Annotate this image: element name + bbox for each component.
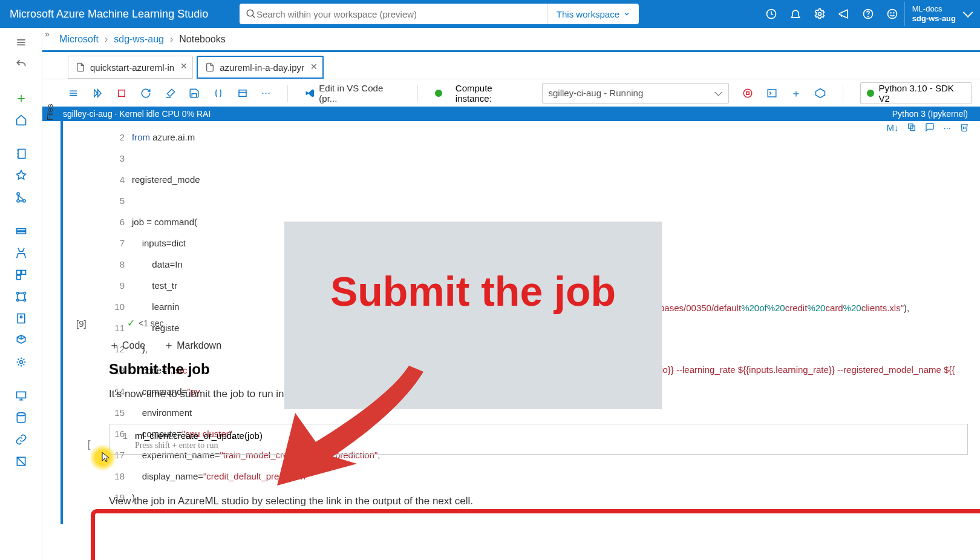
clock-icon[interactable] (759, 0, 783, 28)
svg-marker-48 (815, 88, 825, 97)
svg-rect-41 (119, 90, 125, 96)
annotation-text: Submit the job (330, 268, 616, 315)
svg-point-17 (16, 200, 19, 202)
manage-compute-icon[interactable] (815, 88, 826, 99)
main-pane: Microsoft › sdg-ws-aug › Notebooks quick… (42, 28, 980, 560)
svg-point-7 (890, 13, 891, 13)
kernel-select[interactable]: Python 3.10 - SDK V2 (860, 82, 972, 104)
svg-marker-39 (94, 90, 97, 97)
search-box[interactable] (240, 4, 547, 24)
svg-rect-19 (16, 229, 25, 231)
undo-icon[interactable] (9, 54, 33, 74)
svg-point-27 (24, 299, 25, 301)
account-menu[interactable]: ML-docs sdg-ws-aug (904, 2, 980, 25)
stop-compute-icon[interactable] (742, 88, 753, 99)
gear-icon[interactable] (808, 0, 832, 28)
search-wrap: This workspace (240, 4, 639, 24)
crumb-workspace[interactable]: sdg-ws-aug (114, 34, 164, 45)
svg-point-0 (247, 10, 253, 16)
tab-label: azureml-in-a-day.ipyr (220, 62, 304, 73)
jobs-icon[interactable] (9, 243, 33, 263)
account-name: ML-docs (912, 4, 956, 14)
designer-icon[interactable] (9, 188, 33, 207)
menu-icon[interactable] (68, 88, 79, 99)
code-cell-2[interactable]: 1ml_client.create_or_update(job) Press s… (109, 424, 968, 455)
svg-point-45 (743, 89, 752, 97)
run-hint: Press shift + enter to run (117, 441, 960, 450)
terminal-icon[interactable] (766, 88, 777, 99)
compute-label: Compute instance: (456, 83, 529, 104)
toc-icon[interactable] (237, 88, 248, 99)
home-icon[interactable] (9, 110, 33, 130)
more-icon[interactable]: ··· (261, 87, 270, 99)
notebook-toolbar: ··· Edit in VS Code (pr... Compute insta… (42, 79, 980, 107)
stop-icon[interactable] (116, 88, 127, 99)
notebooks-icon[interactable] (9, 144, 33, 163)
add-icon[interactable]: ＋ (9, 88, 33, 108)
run-all-icon[interactable] (92, 88, 103, 99)
clear-icon[interactable] (165, 88, 175, 99)
svg-rect-21 (16, 271, 21, 275)
models-icon[interactable] (9, 331, 33, 350)
search-scope-dropdown[interactable]: This workspace (547, 4, 639, 24)
save-icon[interactable] (189, 88, 200, 99)
svg-point-3 (818, 13, 821, 16)
exec-bracket: [ (86, 439, 92, 451)
svg-rect-20 (16, 232, 25, 234)
top-bar: Microsoft Azure Machine Learning Studio … (0, 0, 980, 28)
svg-point-18 (22, 200, 25, 202)
add-cell-buttons: ＋Code ＋Markdown (109, 338, 221, 352)
svg-rect-43 (239, 90, 246, 96)
svg-point-16 (16, 193, 19, 195)
add-code-button[interactable]: ＋Code (109, 338, 145, 352)
svg-point-26 (16, 299, 18, 301)
app-title: Microsoft Azure Machine Learning Studio (10, 8, 240, 21)
pipelines-icon[interactable] (9, 287, 33, 306)
svg-marker-40 (98, 90, 101, 97)
vscode-icon (305, 88, 315, 99)
variables-icon[interactable] (213, 88, 224, 99)
environments-icon[interactable] (9, 309, 33, 328)
compute-icon[interactable] (9, 386, 33, 406)
annotation-arrow-icon (266, 366, 454, 487)
add-markdown-button[interactable]: ＋Markdown (163, 338, 221, 352)
svg-rect-12 (18, 150, 25, 159)
add-compute-icon[interactable]: ＋ (791, 86, 802, 100)
smile-icon[interactable] (880, 0, 904, 28)
megaphone-icon[interactable] (832, 0, 856, 28)
code-cmd-fragment: tio}} --learning_rate ${{inputs.learning… (658, 364, 955, 375)
notebook-tabs: quickstart-azureml-in ✕ azureml-in-a-day… (42, 52, 980, 79)
kernel-name: Python 3 (Ipykernel) (892, 109, 980, 119)
code-url-fragment: bases/00350/default%20of%20credit%20card… (659, 303, 909, 314)
edit-vscode-button[interactable]: Edit in VS Code (pr... (305, 83, 400, 104)
help-icon[interactable] (856, 0, 880, 28)
tab-azureml-day[interactable]: azureml-in-a-day.ipyr ✕ (197, 56, 324, 79)
svg-rect-23 (16, 275, 21, 280)
collapse-icon[interactable]: » (45, 29, 50, 39)
close-icon[interactable]: ✕ (310, 62, 318, 71)
crumb-root[interactable]: Microsoft (59, 34, 99, 45)
endpoints-icon[interactable] (9, 352, 33, 372)
close-icon[interactable]: ✕ (180, 61, 188, 71)
data-icon[interactable] (9, 222, 33, 241)
hamburger-icon[interactable] (9, 33, 33, 52)
svg-line-1 (252, 15, 255, 18)
svg-point-34 (17, 413, 25, 416)
components-icon[interactable] (9, 265, 33, 285)
workspace-name: sdg-ws-aug (912, 14, 956, 24)
automl-icon[interactable] (9, 166, 33, 185)
search-input[interactable] (256, 9, 541, 19)
compute-select[interactable]: sgilley-ci-aug - Running (542, 83, 729, 104)
labeling-icon[interactable] (9, 452, 33, 471)
svg-rect-46 (746, 91, 750, 94)
datastores-icon[interactable] (9, 408, 33, 427)
svg-rect-22 (21, 271, 25, 275)
svg-point-5 (867, 16, 868, 17)
compute-status-dot (435, 90, 442, 97)
linked-services-icon[interactable] (9, 430, 33, 449)
crumb-page: Notebooks (179, 34, 226, 45)
left-rail: ＋ (0, 28, 42, 560)
bell-icon[interactable] (783, 0, 808, 28)
tab-quickstart[interactable]: quickstart-azureml-in ✕ (68, 56, 193, 79)
restart-icon[interactable] (140, 88, 151, 99)
